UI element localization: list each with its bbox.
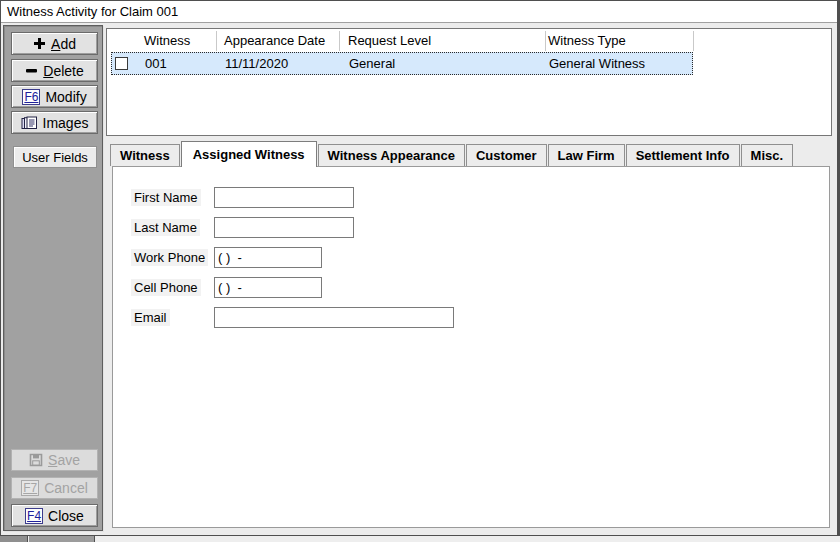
tab-law-firm[interactable]: Law Firm xyxy=(548,144,625,166)
table-row[interactable]: 001 11/11/2020 General General Witness xyxy=(111,52,693,75)
first-name-input[interactable] xyxy=(214,187,354,208)
images-button[interactable]: Images xyxy=(11,111,98,134)
modify-button-label: Modify xyxy=(45,89,86,105)
modify-button[interactable]: F6 Modify xyxy=(11,85,98,108)
cell-phone-label: Cell Phone xyxy=(131,279,201,296)
grid-header: Witness Appearance Date Request Level Wi… xyxy=(107,29,831,53)
witness-activity-window: Witness Activity for Claim 001 Add Delet… xyxy=(0,0,840,542)
row-checkbox[interactable] xyxy=(115,57,128,70)
user-fields-button-label: User Fields xyxy=(22,150,88,165)
email-input[interactable] xyxy=(214,307,454,328)
add-button[interactable]: Add xyxy=(11,32,98,55)
cancel-button-label: Cancel xyxy=(44,480,88,496)
email-label: Email xyxy=(131,309,170,326)
cell-phone-input[interactable] xyxy=(214,277,322,298)
cell-request-level: General xyxy=(349,53,395,74)
images-button-label: Images xyxy=(43,115,89,131)
tab-misc[interactable]: Misc. xyxy=(741,144,794,166)
delete-button[interactable]: Delete xyxy=(11,59,98,82)
images-icon xyxy=(21,116,38,130)
cell-witness-type: General Witness xyxy=(549,53,645,74)
work-phone-label: Work Phone xyxy=(131,249,208,266)
plus-icon xyxy=(33,37,46,50)
tab-witness-appearance[interactable]: Witness Appearance xyxy=(318,144,465,166)
tab-assigned-witness[interactable]: Assigned Witness xyxy=(181,141,317,167)
add-button-label: Add xyxy=(51,36,76,52)
floppy-icon xyxy=(29,453,43,467)
tab-settlement-info[interactable]: Settlement Info xyxy=(626,144,740,166)
first-name-label: First Name xyxy=(131,189,201,206)
work-phone-input[interactable] xyxy=(214,247,322,268)
f6-keycap: F6 xyxy=(22,89,40,105)
close-button[interactable]: F4 Close xyxy=(11,504,98,527)
cell-appearance-date: 11/11/2020 xyxy=(225,53,288,74)
minus-icon xyxy=(25,64,38,77)
tab-customer[interactable]: Customer xyxy=(466,144,547,166)
page-title: Witness Activity for Claim 001 xyxy=(7,4,178,19)
sidebar: Add Delete F6 Modify Images Use xyxy=(3,25,103,531)
delete-button-label: Delete xyxy=(43,63,83,79)
f4-keycap: F4 xyxy=(25,508,43,524)
save-button-label: Save xyxy=(48,452,80,468)
window-border xyxy=(0,0,840,1)
cell-witness: 001 xyxy=(145,53,167,74)
title-bar: Witness Activity for Claim 001 xyxy=(1,1,837,23)
bottom-strip-segment xyxy=(29,536,95,542)
column-separator xyxy=(339,31,340,51)
column-separator xyxy=(693,31,694,51)
tab-witness[interactable]: Witness xyxy=(110,144,180,166)
last-name-label: Last Name xyxy=(131,219,200,236)
save-button: Save xyxy=(11,449,98,471)
column-separator xyxy=(545,31,546,51)
column-header-witness-type[interactable]: Witness Type xyxy=(548,29,626,53)
column-header-witness[interactable]: Witness xyxy=(144,29,190,53)
bottom-strip-segment xyxy=(0,536,28,542)
last-name-input[interactable] xyxy=(214,217,354,238)
cancel-button: F7 Cancel xyxy=(11,477,98,499)
column-header-request-level[interactable]: Request Level xyxy=(348,29,431,53)
close-button-label: Close xyxy=(48,508,84,524)
f7-keycap: F7 xyxy=(21,480,39,496)
window-border xyxy=(0,0,1,536)
tab-bar: Witness Assigned Witness Witness Appeara… xyxy=(110,141,794,166)
bottom-strip xyxy=(0,536,840,542)
user-fields-button[interactable]: User Fields xyxy=(13,146,97,168)
assigned-witness-panel: First Name Last Name Work Phone Cell Pho… xyxy=(112,166,830,528)
witness-grid: Witness Appearance Date Request Level Wi… xyxy=(106,28,832,136)
column-header-appearance-date[interactable]: Appearance Date xyxy=(224,29,325,53)
column-separator xyxy=(216,31,217,51)
